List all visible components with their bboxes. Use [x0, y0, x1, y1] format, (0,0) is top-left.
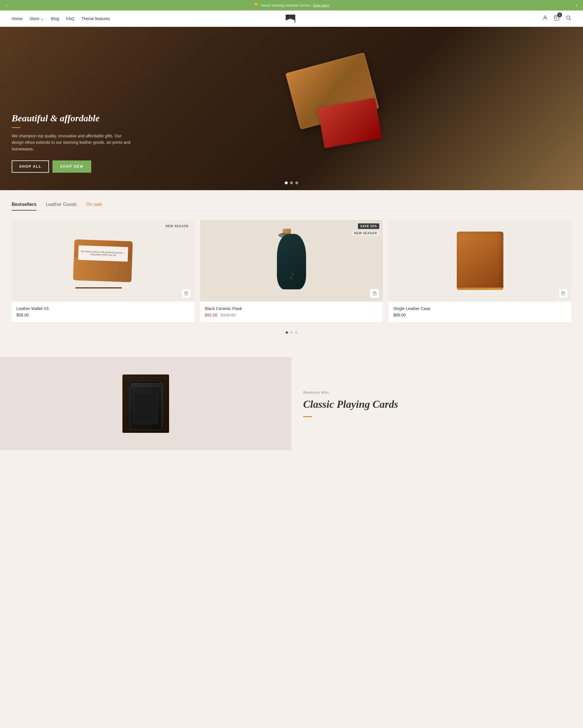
hero-divider [12, 127, 20, 128]
search-icon[interactable] [565, 15, 571, 22]
next-arrow[interactable]: › [576, 3, 577, 8]
featured-brand: Weekend Misc [303, 391, 571, 395]
announcement-text: Award winning customer service [261, 3, 311, 7]
flask-original-price: $190.00 [221, 313, 235, 317]
hero-content: Beautiful & affordable We champion top q… [0, 113, 146, 190]
product-card-wallet: We build products with practical purpose… [12, 220, 194, 322]
award-icon: 🏆 [254, 3, 258, 7]
shop-all-button[interactable]: SHOP ALL [12, 160, 49, 173]
product-page-3[interactable] [295, 331, 297, 334]
product-name-case: Single Leather Case [393, 306, 567, 311]
product-tabs: Bestsellers Leather Goods On sale [12, 202, 571, 211]
products-section: Bestsellers Leather Goods On sale We bui… [0, 190, 583, 351]
nav-store-label: Store [29, 16, 39, 21]
product-price-wallet: $58.00 [16, 313, 190, 317]
nav-blog[interactable]: Blog [51, 16, 59, 21]
product-info-flask: Black Ceramic Flask $92.00 $190.00 [200, 302, 383, 322]
nav-home[interactable]: Home [12, 16, 23, 21]
nav-theme-features[interactable]: Theme features [81, 16, 110, 21]
add-to-cart-wallet[interactable] [182, 289, 191, 298]
featured-image-area [0, 357, 292, 450]
tab-leather-goods[interactable]: Leather Goods [46, 202, 77, 211]
product-badge-new-season-flask: NEW SEASON [352, 230, 379, 236]
prev-arrow[interactable]: ‹ [6, 3, 7, 8]
hero-carousel-dots [285, 181, 298, 184]
svg-marker-0 [286, 15, 295, 20]
store-chevron-icon: ⌄ [40, 16, 44, 21]
product-card-case: Single Leather Case $88.00 [389, 220, 571, 322]
tab-on-sale[interactable]: On sale [86, 202, 102, 211]
product-price-flask: $92.00 $190.00 [205, 313, 378, 317]
svg-point-2 [544, 16, 546, 18]
cart-count: 0 [557, 12, 562, 17]
svg-point-4 [566, 16, 570, 19]
product-name-flask: Black Ceramic Flask [205, 306, 378, 311]
product-name-wallet: Leather Wallet V3 [16, 306, 190, 311]
product-card-flask: 2 SAVE 52% NEW SEASON Black Ceramic Flas… [200, 220, 383, 322]
carousel-dot-1[interactable] [285, 181, 288, 184]
nav-right: 0 [542, 15, 571, 22]
hero-description: We champion top quality, innovative and … [12, 133, 134, 152]
product-image-flask: 2 SAVE 52% NEW SEASON [200, 220, 383, 302]
announcement-link[interactable]: learn more [313, 3, 329, 7]
product-info-case: Single Leather Case $88.00 [389, 302, 571, 322]
add-to-cart-flask[interactable] [370, 289, 379, 298]
announcement-bar: ‹ 🏆 Award winning customer service learn… [0, 0, 583, 10]
logo-container [286, 15, 297, 23]
product-info-wallet: Leather Wallet V3 $58.00 [12, 302, 194, 322]
hero-title: Beautiful & affordable [12, 113, 134, 124]
carousel-dot-3[interactable] [295, 181, 298, 184]
flask-sale-price: $92.00 [205, 313, 218, 317]
product-pagination [12, 331, 571, 334]
product-page-1[interactable] [286, 331, 288, 334]
svg-line-5 [570, 19, 571, 20]
featured-title: Classic Playing Cards [303, 398, 571, 410]
product-image-case [389, 220, 571, 302]
product-price-case: $88.00 [393, 313, 567, 317]
shop-new-button[interactable]: SHOP NEW [53, 160, 91, 173]
product-badge-new-season-1: NEW SEASON [163, 224, 191, 229]
logo-flag-icon [286, 15, 297, 23]
featured-product-image [122, 374, 169, 433]
hero-section: Beautiful & affordable We champion top q… [0, 27, 583, 190]
nav-faq[interactable]: FAQ [66, 16, 74, 21]
carousel-dot-2[interactable] [290, 181, 293, 184]
product-grid: We build products with practical purpose… [12, 220, 571, 322]
product-badge-save-flask: SAVE 52% [358, 224, 379, 229]
tab-bestsellers[interactable]: Bestsellers [12, 202, 36, 211]
nav-store[interactable]: Store ⌄ [29, 16, 44, 21]
product-image-wallet: We build products with practical purpose… [12, 220, 194, 302]
cart-icon[interactable]: 0 [554, 15, 560, 22]
user-icon[interactable] [542, 15, 548, 22]
featured-info: Weekend Misc Classic Playing Cards [292, 357, 583, 450]
product-page-2[interactable] [290, 331, 293, 334]
site-logo[interactable] [286, 15, 297, 23]
navigation: Home Store ⌄ Blog FAQ Theme features [0, 10, 583, 27]
nav-left: Home Store ⌄ Blog FAQ Theme features [12, 16, 110, 21]
hero-buttons: SHOP ALL SHOP NEW [12, 160, 134, 173]
featured-divider [303, 416, 312, 417]
featured-section: Weekend Misc Classic Playing Cards [0, 357, 583, 450]
add-to-cart-case[interactable] [558, 289, 568, 298]
